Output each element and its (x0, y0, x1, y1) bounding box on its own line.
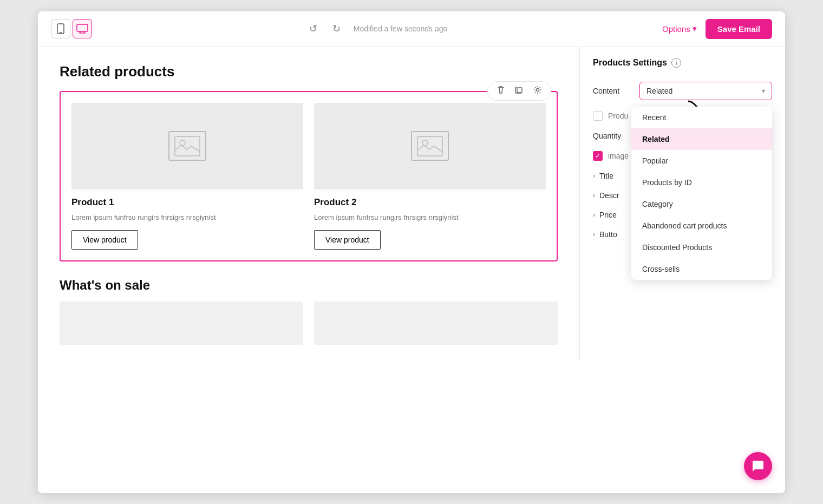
product-desc-2: Lorem ipsum funfrsu rungirs fnrsigrs nrs… (314, 212, 546, 223)
toolbar-center: ↺ ↻ Modified a few seconds ago (101, 21, 654, 37)
product-label: Produ (608, 112, 628, 120)
info-icon: i (671, 58, 681, 68)
svg-rect-6 (517, 88, 522, 93)
content-label: Content (593, 87, 631, 95)
sale-products-row (60, 302, 558, 345)
product-name-1: Product 1 (71, 197, 303, 208)
content-row: Content Related ▾ (580, 76, 785, 106)
duplicate-block-button[interactable] (512, 84, 527, 98)
view-product-button-1[interactable]: View product (71, 230, 138, 250)
svg-rect-8 (175, 136, 200, 156)
modified-status: Modified a few seconds ago (354, 24, 448, 33)
product-name-2: Product 2 (314, 197, 546, 208)
toolbar: ↺ ↻ Modified a few seconds ago Options ▾… (38, 11, 785, 47)
dropdown-option-popular[interactable]: Popular (631, 150, 772, 172)
main-area: Related products (38, 47, 785, 362)
svg-rect-2 (77, 24, 88, 31)
chevron-right-icon: › (593, 231, 595, 238)
chevron-down-icon: ▾ (693, 24, 697, 34)
view-product-button-2[interactable]: View product (314, 230, 381, 250)
chat-fab-button[interactable] (744, 452, 772, 480)
svg-point-7 (537, 88, 539, 91)
chevron-right-icon: › (593, 211, 595, 219)
redo-button[interactable]: ↻ (330, 21, 343, 37)
app-frame: ↺ ↻ Modified a few seconds ago Options ▾… (38, 11, 785, 493)
description-label: Descr (599, 191, 619, 200)
section-title: Related products (60, 63, 558, 80)
product-image-1 (71, 103, 303, 189)
dropdown-option-category[interactable]: Category (631, 193, 772, 215)
mobile-view-button[interactable] (51, 19, 70, 38)
dropdown-option-recent[interactable]: Recent (631, 107, 772, 128)
dropdown-option-crosssells[interactable]: Cross-sells (631, 258, 772, 280)
product-image-2 (314, 103, 546, 189)
content-dropdown-menu: Recent Related Popular Products by ID Ca… (631, 107, 772, 280)
settings-block-button[interactable] (530, 84, 545, 98)
undo-button[interactable]: ↺ (307, 21, 319, 37)
panel-header: Products Settings i (580, 47, 785, 76)
button-label: Butto (599, 230, 617, 239)
right-panel: Products Settings i Content Related ▾ Pr… (579, 47, 785, 362)
sale-section-title: What's on sale (60, 278, 558, 293)
product-desc-1: Lorem ipsum funfrsu rungirs fnrsigrs nrs… (71, 212, 303, 223)
price-label: Price (599, 211, 617, 219)
block-actions (487, 81, 551, 101)
content-dropdown[interactable]: Related ▾ (639, 82, 772, 100)
svg-point-11 (422, 140, 428, 146)
products-block: Product 1 Lorem ipsum funfrsu rungirs fn… (60, 91, 558, 262)
chevron-right-icon: › (593, 172, 595, 180)
options-button[interactable]: Options ▾ (662, 24, 697, 34)
svg-rect-10 (417, 136, 442, 156)
product-card-2: Product 2 Lorem ipsum funfrsu rungirs fn… (314, 103, 546, 250)
device-toggles (51, 19, 92, 38)
image-checkbox[interactable]: ✓ (593, 151, 603, 161)
chevron-right-icon: › (593, 192, 595, 199)
sale-product-placeholder-2 (314, 302, 558, 345)
image-placeholder-2 (411, 131, 449, 161)
dropdown-option-abandoned[interactable]: Abandoned cart products (631, 215, 772, 237)
desktop-view-button[interactable] (73, 19, 92, 38)
content-value: Related (646, 87, 672, 95)
canvas-area: Related products (38, 47, 579, 362)
dropdown-option-related[interactable]: Related (631, 128, 772, 150)
sale-product-placeholder-1 (60, 302, 303, 345)
dropdown-option-discounted[interactable]: Discounted Products (631, 237, 772, 258)
product-checkbox[interactable] (593, 111, 603, 121)
toolbar-right: Options ▾ Save Email (662, 19, 772, 39)
panel-title: Products Settings (593, 58, 667, 68)
svg-point-9 (180, 140, 185, 146)
chevron-down-icon: ▾ (762, 87, 765, 95)
dropdown-option-products-by-id[interactable]: Products by ID (631, 172, 772, 193)
delete-block-button[interactable] (493, 84, 508, 98)
quantity-label: Quantity (593, 132, 631, 140)
product-card-1: Product 1 Lorem ipsum funfrsu rungirs fn… (71, 103, 303, 250)
image-label: image (608, 152, 629, 160)
save-email-button[interactable]: Save Email (706, 19, 772, 39)
title-label: Title (599, 172, 613, 180)
image-placeholder-1 (168, 131, 206, 161)
